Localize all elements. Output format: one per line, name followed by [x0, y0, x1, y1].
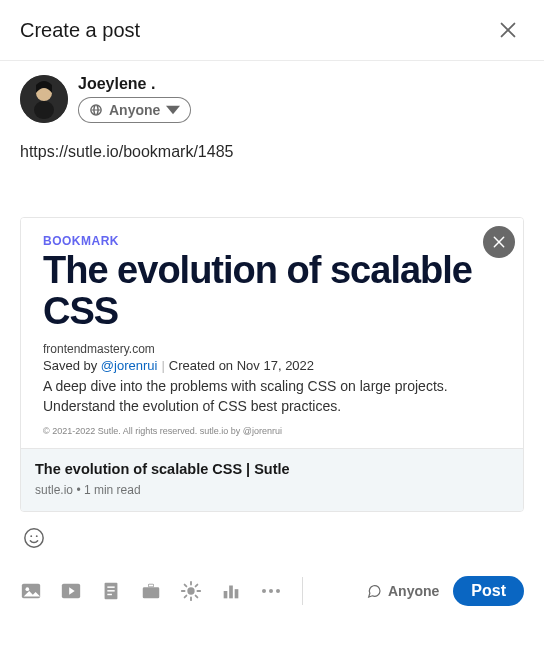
close-button[interactable] [492, 14, 524, 46]
celebrate-icon [180, 580, 202, 602]
preview-meta: sutle.io • 1 min read [35, 483, 509, 497]
dialog-header: Create a post [0, 0, 544, 61]
svg-rect-16 [107, 594, 112, 595]
bookmark-copyright: © 2021-2022 Sutle. All rights reserved. … [43, 426, 501, 436]
separator: | [157, 358, 168, 373]
link-preview-footer: The evolution of scalable CSS | Sutle su… [21, 448, 523, 511]
more-button[interactable] [260, 580, 282, 602]
svg-rect-23 [235, 589, 239, 598]
bookmark-byline: Saved by @jorenrui|Created on Nov 17, 20… [43, 358, 501, 373]
globe-icon [89, 103, 103, 117]
preview-domain: sutle.io [35, 483, 73, 497]
author-row: Joeylene . Anyone [0, 61, 544, 127]
post-editor[interactable] [0, 127, 544, 161]
svg-rect-14 [107, 587, 114, 588]
bookmark-description: A deep dive into the problems with scali… [43, 377, 501, 416]
svg-rect-21 [224, 591, 228, 598]
poll-icon [220, 580, 242, 602]
celebrate-button[interactable] [180, 580, 202, 602]
preview-title: The evolution of scalable CSS | Sutle [35, 461, 509, 477]
visibility-selector[interactable]: Anyone [78, 97, 191, 123]
visibility-label: Anyone [109, 102, 160, 118]
svg-rect-19 [149, 585, 153, 587]
author-block: Joeylene . Anyone [78, 75, 191, 123]
comment-icon [366, 583, 382, 599]
toolbar-right: Anyone Post [366, 576, 524, 606]
author-name: Joeylene . [78, 75, 191, 93]
preview-readtime: 1 min read [84, 483, 141, 497]
svg-point-11 [26, 588, 30, 592]
svg-point-20 [187, 588, 194, 595]
add-document-button[interactable] [100, 580, 122, 602]
svg-rect-4 [34, 101, 54, 119]
svg-rect-22 [229, 586, 233, 599]
created-date: Nov 17, 2022 [237, 358, 314, 373]
toolbar-left [20, 577, 303, 605]
saved-by-handle[interactable]: @jorenrui [101, 358, 158, 373]
photo-icon [20, 580, 42, 602]
comment-scope-button[interactable]: Anyone [366, 583, 439, 599]
avatar[interactable] [20, 75, 68, 123]
add-poll-button[interactable] [220, 580, 242, 602]
post-button[interactable]: Post [453, 576, 524, 606]
add-video-button[interactable] [60, 580, 82, 602]
emoji-row [0, 512, 544, 552]
briefcase-icon [140, 580, 162, 602]
svg-point-8 [30, 536, 32, 538]
dialog-title: Create a post [20, 19, 140, 42]
saved-prefix: Saved by [43, 358, 101, 373]
toolbar: Anyone Post [0, 562, 544, 606]
bookmark-badge: BOOKMARK [43, 234, 501, 248]
emoji-icon [23, 527, 45, 549]
bookmark-headline: The evolution of scalable CSS [43, 250, 501, 332]
close-icon [497, 19, 519, 41]
svg-rect-15 [107, 590, 114, 591]
link-preview-card: BOOKMARK The evolution of scalable CSS f… [20, 217, 524, 512]
add-job-button[interactable] [140, 580, 162, 602]
meta-dot: • [76, 483, 84, 497]
created-prefix: Created on [169, 358, 237, 373]
svg-rect-17 [143, 588, 160, 599]
post-text-input[interactable] [20, 143, 524, 161]
close-icon [491, 234, 507, 250]
link-preview-wrap: BOOKMARK The evolution of scalable CSS f… [0, 217, 544, 512]
link-preview-image: BOOKMARK The evolution of scalable CSS f… [21, 218, 523, 448]
video-icon [60, 580, 82, 602]
svg-point-9 [36, 536, 38, 538]
toolbar-divider [302, 577, 303, 605]
add-photo-button[interactable] [20, 580, 42, 602]
chevron-down-icon [166, 103, 180, 117]
emoji-picker-button[interactable] [20, 524, 48, 552]
svg-point-7 [25, 529, 43, 547]
ellipsis-icon [262, 589, 280, 593]
remove-preview-button[interactable] [483, 226, 515, 258]
bookmark-source-domain: frontendmastery.com [43, 342, 501, 356]
document-icon [100, 580, 122, 602]
create-post-dialog: Create a post Joeylene . Anyone BOO [0, 0, 544, 616]
comment-scope-label: Anyone [388, 583, 439, 599]
